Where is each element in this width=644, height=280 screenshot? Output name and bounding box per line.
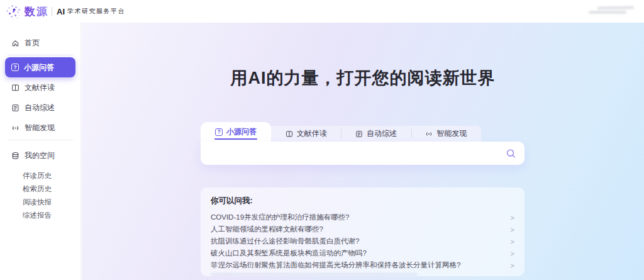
tab-label: 小源问答: [226, 126, 257, 137]
suggestion-item[interactable]: 抗阻训练通过什么途径影响骨骼肌蛋白质代谢? >: [211, 235, 514, 247]
suggestion-item[interactable]: 人工智能领域的里程碑文献有哪些? >: [211, 223, 514, 235]
sidebar-item-label: 文献伴读: [25, 82, 55, 93]
suggestions-card: 你可以问我: COVID-19并发症的护理和治疗措施有哪些? > 人工智能领域的…: [201, 188, 525, 276]
sidebar-subitem-label: 综述报告: [23, 211, 52, 220]
suggestion-text: 破火山口及其裂堑系统是板块构造运动的产物吗?: [211, 249, 367, 258]
sidebar-divider: [8, 55, 73, 55]
brand: 数 源 AI 学术研究服务平台: [5, 3, 125, 20]
sidebar-divider: [8, 140, 73, 140]
tab-discover[interactable]: 智能发现: [411, 126, 481, 142]
watermark: [589, 5, 634, 16]
tab-summary[interactable]: 自动综述: [341, 126, 411, 142]
broadcast-waves-icon: [11, 124, 19, 132]
sidebar-item-label: 自动综述: [25, 103, 55, 113]
tab-label: 文献伴读: [297, 128, 327, 139]
sidebar-subitem-review-report[interactable]: 综述报告: [0, 209, 80, 222]
suggestion-item[interactable]: 菲涅尔远场衍射聚焦算法面临如何提高光场分辨率和保持各波长分量计算网格? >: [211, 259, 514, 271]
suggestions-title: 你可以问我:: [211, 196, 514, 206]
sidebar-item-label: 小源问答: [24, 62, 54, 73]
sidebar-subitem-label: 伴读历史: [23, 171, 52, 181]
suggestion-text: 菲涅尔远场衍射聚焦算法面临如何提高光场分辨率和保持各波长分量计算网格?: [211, 260, 460, 270]
faded-suggestion-row: [211, 273, 417, 276]
sidebar-subitem-label: 检索历史: [23, 184, 52, 194]
sidebar-subitem-search-history[interactable]: 检索历史: [0, 182, 80, 196]
question-bubble-icon: [215, 128, 223, 136]
document-lines-icon: [355, 130, 363, 138]
center-column: 小源问答 文献伴读 自动综述 智能发现: [201, 122, 525, 276]
broadcast-waves-icon: [425, 130, 433, 138]
tab-qa[interactable]: 小源问答: [201, 122, 271, 142]
search-icon[interactable]: [506, 148, 516, 159]
suggestion-item[interactable]: 破火山口及其裂堑系统是板块构造运动的产物吗? >: [211, 247, 514, 259]
open-book-icon: [11, 84, 19, 92]
sidebar-group-my-space[interactable]: 我的空间: [5, 145, 75, 165]
question-bubble-icon: [11, 64, 19, 71]
logo-icon: [5, 3, 21, 20]
top-header: 数 源 AI 学术研究服务平台: [0, 0, 644, 23]
chevron-right-icon: >: [511, 226, 514, 233]
main-content: 用AI的力量，打开您的阅读新世界 小源问答 文献伴读 自动综述 智能发现: [82, 23, 644, 280]
brand-name-2: 源: [36, 4, 47, 19]
tab-label: 自动综述: [367, 128, 397, 139]
database-stack-icon: [11, 152, 19, 160]
brand-divider: [52, 7, 52, 16]
document-lines-icon: [11, 104, 19, 112]
sidebar-item-qa[interactable]: 小源问答: [5, 57, 75, 77]
home-icon: [11, 39, 19, 47]
sidebar-subitem-reading-express[interactable]: 阅读快报: [0, 196, 80, 209]
brand-ai-label: AI: [57, 7, 65, 16]
chevron-right-icon: >: [511, 238, 514, 245]
sidebar-item-summary[interactable]: 自动综述: [5, 98, 75, 118]
tab-bar: 小源问答 文献伴读 自动综述 智能发现: [201, 122, 525, 142]
suggestion-text: 人工智能领域的里程碑文献有哪些?: [211, 225, 323, 234]
sidebar: 首页 小源问答 文献伴读 自动综述 智能发现 我的空间 伴读历史 检索历史 阅读…: [0, 23, 81, 280]
chevron-right-icon: >: [511, 262, 514, 269]
suggestion-item[interactable]: COVID-19并发症的护理和治疗措施有哪些? >: [211, 211, 514, 223]
hero-title: 用AI的力量，打开您的阅读新世界: [82, 67, 644, 89]
brand-name-1: 数: [25, 4, 35, 19]
open-book-icon: [286, 130, 293, 138]
sidebar-group-label: 我的空间: [25, 150, 55, 161]
search-input[interactable]: [201, 142, 525, 165]
tab-label: 智能发现: [436, 128, 467, 139]
suggestion-text: 抗阻训练通过什么途径影响骨骼肌蛋白质代谢?: [211, 237, 359, 246]
suggestion-text: COVID-19并发症的护理和治疗措施有哪些?: [211, 213, 349, 222]
sidebar-item-label: 首页: [25, 38, 40, 48]
sidebar-item-reading[interactable]: 文献伴读: [5, 77, 75, 98]
tab-reading[interactable]: 文献伴读: [271, 126, 341, 142]
brand-subtitle: 学术研究服务平台: [67, 7, 125, 16]
sidebar-subitem-reading-history[interactable]: 伴读历史: [0, 169, 80, 182]
sidebar-item-discover[interactable]: 智能发现: [5, 118, 75, 138]
tab-strip: 文献伴读 自动综述 智能发现: [271, 126, 481, 142]
sidebar-item-home[interactable]: 首页: [5, 33, 75, 53]
search-panel: [201, 142, 525, 165]
sidebar-subitem-label: 阅读快报: [23, 198, 52, 207]
sidebar-item-label: 智能发现: [25, 123, 55, 133]
chevron-right-icon: >: [511, 250, 514, 257]
chevron-right-icon: >: [511, 214, 514, 221]
